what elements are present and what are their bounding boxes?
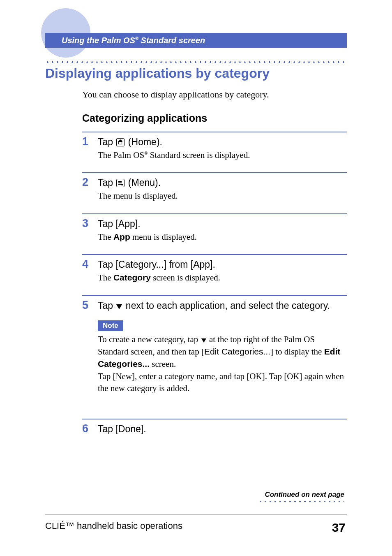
content: Displaying applications by category You … bbox=[45, 49, 347, 507]
header-title-sup: ® bbox=[135, 36, 138, 41]
step-action-pre: Tap bbox=[98, 137, 115, 147]
step: 2 Tap (Menu). The menu is displayed. bbox=[82, 176, 347, 202]
intro-text: You can choose to display applications b… bbox=[82, 89, 347, 100]
header-title-pre: Using the Palm OS bbox=[62, 36, 135, 45]
triangle-down-icon bbox=[116, 304, 122, 309]
step-action: Tap [App]. bbox=[98, 218, 347, 230]
note-part3: ] to display the bbox=[270, 347, 324, 357]
note-label: Note bbox=[98, 320, 123, 331]
step-number: 3 bbox=[82, 218, 98, 243]
page: Using the Palm OS® Standard screen Displ… bbox=[0, 0, 392, 556]
step-action-pre: Tap bbox=[98, 177, 115, 188]
step: 3 Tap [App]. The App menu is displayed. bbox=[82, 218, 347, 243]
dotted-rule bbox=[45, 61, 347, 63]
continued-dots bbox=[258, 500, 344, 503]
step-number: 6 bbox=[82, 423, 98, 436]
step-number: 1 bbox=[82, 136, 98, 161]
step-body: Tap [App]. The App menu is displayed. bbox=[98, 218, 347, 243]
step-detail: The Palm OS® Standard screen is displaye… bbox=[98, 149, 347, 161]
note-part5: Tap [New], enter a category name, and ta… bbox=[98, 371, 344, 393]
step: 4 Tap [Category...] from [App]. The Cate… bbox=[82, 258, 347, 283]
continued-text: Continued on next page bbox=[258, 491, 344, 499]
step-detail-pre: The bbox=[98, 273, 113, 283]
step-detail-pre: The Palm OS bbox=[98, 150, 144, 160]
note-part4: screen. bbox=[150, 359, 176, 369]
note-edit-label: Edit Categories... bbox=[204, 347, 270, 356]
header-title: Using the Palm OS® Standard screen bbox=[62, 36, 205, 45]
step-detail-bold: Category bbox=[113, 273, 151, 282]
step-detail: The App menu is displayed. bbox=[98, 231, 347, 243]
section-title: Displaying applications by category bbox=[45, 66, 347, 81]
continued-block: Continued on next page bbox=[258, 491, 344, 503]
sub-title: Categorizing applications bbox=[82, 112, 347, 124]
step-detail-pre: The bbox=[98, 232, 113, 242]
step-action: Tap next to each application, and select… bbox=[98, 299, 347, 312]
step-body: Tap (Menu). The menu is displayed. bbox=[98, 176, 347, 202]
step: 5 Tap next to each application, and sele… bbox=[82, 299, 347, 407]
step-rule bbox=[82, 172, 347, 173]
step-rule bbox=[82, 132, 347, 132]
step-detail-post: Standard screen is displayed. bbox=[148, 150, 250, 160]
menu-icon bbox=[116, 179, 125, 187]
step-body: Tap [Done]. bbox=[98, 423, 347, 436]
triangle-down-icon bbox=[201, 338, 206, 343]
step-detail: The Category screen is displayed. bbox=[98, 272, 347, 283]
step-action-post: next to each application, and select the… bbox=[123, 300, 330, 311]
step-detail-bold: App bbox=[113, 232, 130, 241]
step-body: Tap (Home). The Palm OS® Standard screen… bbox=[98, 136, 347, 161]
step: 6 Tap [Done]. bbox=[82, 423, 347, 436]
step-action: Tap [Done]. bbox=[98, 423, 347, 436]
step-rule bbox=[82, 419, 347, 419]
step-action: Tap [Category...] from [App]. bbox=[98, 258, 347, 271]
footer-left: CLIÉ™ handheld basic operations bbox=[45, 521, 182, 531]
step-body: Tap next to each application, and select… bbox=[98, 299, 347, 407]
steps-list: 1 Tap (Home). The Palm OS® Standard scre… bbox=[82, 132, 347, 436]
step-body: Tap [Category...] from [App]. The Catego… bbox=[98, 258, 347, 283]
step-action-post: (Home). bbox=[125, 137, 162, 147]
home-icon bbox=[116, 138, 125, 146]
header-title-post: Standard screen bbox=[138, 36, 205, 45]
note-part1: To create a new category, tap bbox=[98, 334, 201, 344]
step-rule bbox=[82, 295, 347, 296]
step-detail-post: screen is displayed. bbox=[151, 273, 220, 283]
note-body: To create a new category, tap at the top… bbox=[98, 334, 347, 395]
step-detail-post: menu is displayed. bbox=[130, 232, 197, 242]
step: 1 Tap (Home). The Palm OS® Standard scre… bbox=[82, 136, 347, 161]
step-action-post: (Menu). bbox=[125, 177, 161, 188]
page-number: 37 bbox=[332, 521, 346, 535]
step-rule bbox=[82, 254, 347, 255]
step-number: 4 bbox=[82, 258, 98, 283]
header-bar: Using the Palm OS® Standard screen bbox=[45, 33, 347, 48]
step-number: 5 bbox=[82, 299, 98, 407]
step-number: 2 bbox=[82, 176, 98, 202]
step-detail-sup: ® bbox=[144, 151, 148, 155]
step-detail: The menu is displayed. bbox=[98, 190, 347, 202]
step-rule bbox=[82, 213, 347, 214]
step-action-pre: Tap bbox=[98, 300, 115, 311]
step-action: Tap (Menu). bbox=[98, 176, 347, 189]
footer-rule bbox=[45, 514, 347, 515]
step-action: Tap (Home). bbox=[98, 136, 347, 148]
